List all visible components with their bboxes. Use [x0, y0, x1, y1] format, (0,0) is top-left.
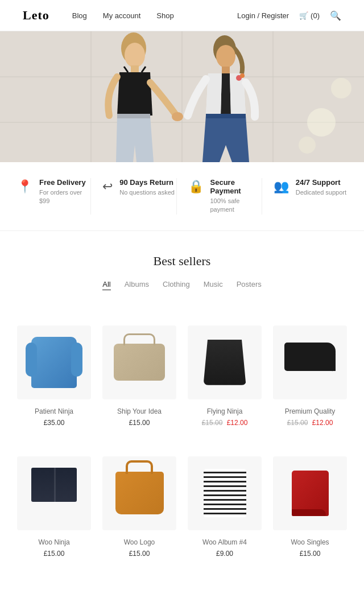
svg-rect-19	[206, 114, 246, 118]
delivery-desc: For orders over $99	[39, 188, 90, 206]
price-sale: £12.00	[312, 419, 333, 427]
payment-title: Secure Payment	[210, 178, 262, 195]
feature-support: 👥 24/7 Support Dedicated support	[262, 178, 347, 215]
return-icon: ↩	[102, 179, 113, 194]
price-original: £15.00	[287, 419, 308, 427]
product-card[interactable]: Patient Ninja £35.00	[11, 319, 97, 438]
filter-all[interactable]: All	[102, 279, 110, 290]
svg-point-8	[125, 43, 145, 68]
product-image-wrap	[188, 325, 262, 399]
svg-rect-12	[117, 114, 150, 118]
product-price: £15.00	[17, 550, 91, 558]
return-title: 90 Days Return	[119, 178, 175, 187]
product-image-wrap	[188, 456, 262, 530]
product-price: £15.00	[273, 550, 347, 558]
cart-icon-wrap[interactable]: 🛒 (0)	[299, 11, 320, 20]
product-card[interactable]: Woo Album #4 £9.00	[182, 449, 267, 569]
header-actions: Login / Register 🛒 (0) 🔍	[237, 10, 341, 21]
product-name: Woo Ninja	[17, 538, 91, 546]
product-price: £15.00	[102, 550, 176, 558]
product-name: Woo Logo	[102, 538, 176, 546]
nav-shop[interactable]: Shop	[156, 11, 173, 20]
product-name: Ship Your Idea	[102, 407, 176, 415]
svg-rect-15	[222, 67, 230, 73]
svg-rect-9	[131, 65, 139, 72]
svg-point-21	[331, 78, 351, 98]
filter-clothing[interactable]: Clothing	[163, 279, 190, 290]
payment-desc: 100% safe payment	[210, 197, 262, 215]
support-icon: 👥	[274, 179, 289, 194]
product-image-wrap	[102, 325, 176, 399]
product-name: Woo Singles	[273, 538, 347, 546]
product-image-wrap	[273, 456, 347, 530]
feature-return: ↩ 90 Days Return No questions asked	[90, 178, 176, 215]
product-image-wrap	[17, 325, 91, 399]
return-desc: No questions asked	[119, 188, 175, 197]
product-name: Patient Ninja	[17, 407, 91, 415]
product-image-boot	[292, 471, 329, 516]
price-original: £15.00	[202, 419, 223, 427]
product-name: Premium Quality	[273, 407, 347, 415]
logo[interactable]: Leto	[23, 8, 49, 23]
product-image-wrap	[102, 456, 176, 530]
features-bar: 📍 Free Delivery For orders over $99 ↩ 90…	[0, 162, 364, 231]
hero-banner	[0, 31, 364, 162]
search-icon[interactable]: 🔍	[330, 10, 341, 21]
product-image-shorts	[31, 468, 77, 502]
product-image-skirt	[204, 340, 246, 385]
feature-payment: 🔒 Secure Payment 100% safe payment	[176, 178, 262, 215]
best-sellers-title: Best sellers	[17, 254, 347, 269]
login-register-link[interactable]: Login / Register	[237, 11, 289, 20]
svg-point-22	[299, 137, 316, 154]
product-price: £35.00	[17, 419, 91, 427]
product-grid-row2: Woo Ninja £15.00 Woo Logo £15.00 Woo Alb…	[0, 449, 364, 569]
product-card[interactable]: Woo Ninja £15.00	[11, 449, 97, 569]
delivery-icon: 📍	[17, 179, 32, 194]
product-price: £15.00 £12.00	[188, 419, 262, 427]
delivery-title: Free Delivery	[39, 178, 90, 187]
product-card[interactable]: Woo Singles £15.00	[267, 449, 353, 569]
svg-point-18	[172, 112, 183, 121]
support-desc: Dedicated support	[296, 188, 346, 197]
product-image-fur-coat	[31, 337, 77, 388]
svg-point-17	[240, 73, 245, 78]
filter-music[interactable]: Music	[204, 279, 223, 290]
filter-tabs: All Albums Clothing Music Posters	[17, 279, 347, 290]
product-card[interactable]: Premium Quality £15.00 £12.00	[267, 319, 353, 438]
product-image-bag	[114, 344, 165, 381]
filter-posters[interactable]: Posters	[237, 279, 262, 290]
support-title: 24/7 Support	[296, 178, 346, 187]
product-card[interactable]: Woo Logo £15.00	[97, 449, 182, 569]
product-card[interactable]: Flying Ninja £15.00 £12.00	[182, 319, 267, 438]
product-card[interactable]: Ship Your Idea £15.00	[97, 319, 182, 438]
product-image-wrap	[273, 325, 347, 399]
product-image-heel	[284, 343, 336, 371]
main-nav: Blog My account Shop	[72, 11, 174, 20]
product-image-handbag	[115, 472, 164, 514]
product-name: Woo Album #4	[188, 538, 262, 546]
price-sale: £12.00	[227, 419, 248, 427]
product-price: £15.00	[102, 419, 176, 427]
nav-account[interactable]: My account	[103, 11, 140, 20]
nav-blog[interactable]: Blog	[72, 11, 87, 20]
product-grid-row1: Patient Ninja £35.00 Ship Your Idea £15.…	[0, 319, 364, 438]
product-price: £15.00 £12.00	[273, 419, 347, 427]
cart-icon: 🛒	[299, 11, 308, 20]
best-sellers-section: Best sellers All Albums Clothing Music P…	[0, 231, 364, 319]
product-name: Flying Ninja	[188, 407, 262, 415]
filter-albums[interactable]: Albums	[125, 279, 149, 290]
product-price: £9.00	[188, 550, 262, 558]
product-image-striped	[204, 469, 246, 517]
cart-count: (0)	[311, 11, 320, 20]
product-image-wrap	[17, 456, 91, 530]
svg-point-20	[307, 108, 336, 137]
svg-point-14	[216, 45, 235, 68]
feature-delivery: 📍 Free Delivery For orders over $99	[17, 178, 90, 215]
payment-icon: 🔒	[188, 179, 204, 194]
